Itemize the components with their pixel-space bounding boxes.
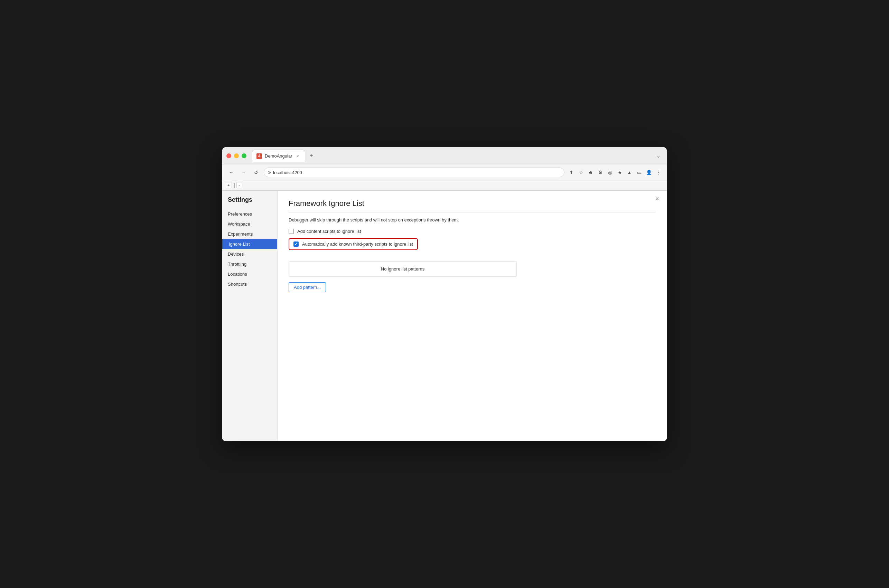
- address-icon: ⊙: [267, 170, 271, 175]
- extension2-button[interactable]: ⚙: [596, 168, 605, 177]
- extension6-button[interactable]: ▭: [635, 168, 643, 177]
- no-patterns-label: No ignore list patterns: [381, 266, 425, 272]
- extension5-button[interactable]: ▲: [625, 168, 634, 177]
- extension3-button[interactable]: ◎: [606, 168, 614, 177]
- sidebar-item-throttling[interactable]: Throttling: [222, 259, 277, 269]
- zoom-in-button[interactable]: +: [225, 182, 232, 188]
- third-party-scripts-checkbox[interactable]: [293, 242, 299, 247]
- extension1-button[interactable]: ☻: [587, 168, 595, 177]
- browser-window: A DemoAngular × + ⌄ ← → ↺ ⊙ localhost:42…: [222, 147, 667, 441]
- panel-title: Framework Ignore List: [288, 199, 656, 208]
- maximize-traffic-light[interactable]: [242, 153, 246, 158]
- nav-bar: ← → ↺ ⊙ localhost:4200 ⬆ ☆ ☻ ⚙ ◎ ★ ▲ ▭ 👤…: [222, 165, 667, 180]
- share-button[interactable]: ⬆: [567, 168, 575, 177]
- forward-button[interactable]: →: [239, 168, 249, 177]
- back-button[interactable]: ←: [227, 168, 236, 177]
- new-tab-button[interactable]: +: [306, 151, 316, 160]
- tab-bar: A DemoAngular × +: [252, 150, 654, 162]
- nav-actions: ⬆ ☆ ☻ ⚙ ◎ ★ ▲ ▭ 👤 ⋮: [567, 168, 662, 177]
- add-pattern-button[interactable]: Add pattern...: [288, 282, 326, 292]
- panel-close-button[interactable]: ×: [653, 195, 661, 203]
- third-party-scripts-label: Automatically add known third-party scri…: [302, 242, 413, 247]
- active-tab[interactable]: A DemoAngular ×: [252, 150, 305, 162]
- content-area: Settings Preferences Workspace Experimen…: [222, 191, 667, 441]
- add-content-scripts-checkbox[interactable]: [288, 229, 294, 234]
- bookmark-button[interactable]: ☆: [577, 168, 585, 177]
- add-content-scripts-row: Add content scripts to ignore list: [288, 229, 656, 234]
- reload-button[interactable]: ↺: [251, 168, 261, 177]
- window-menu-button[interactable]: ⌄: [654, 152, 662, 160]
- accessibility-bar: + | -: [222, 180, 667, 191]
- no-patterns-box: No ignore list patterns: [288, 261, 517, 277]
- sidebar-item-locations[interactable]: Locations: [222, 269, 277, 279]
- zoom-divider: |: [233, 182, 235, 188]
- sidebar-item-ignore-list[interactable]: Ignore List: [222, 239, 277, 249]
- address-text: localhost:4200: [273, 170, 302, 175]
- panel-divider: [288, 212, 656, 213]
- tab-close-button[interactable]: ×: [295, 153, 301, 159]
- panel-description: Debugger will skip through the scripts a…: [288, 217, 656, 224]
- profile-button[interactable]: 👤: [645, 168, 653, 177]
- title-bar: A DemoAngular × + ⌄: [222, 147, 667, 165]
- sidebar-item-devices[interactable]: Devices: [222, 249, 277, 259]
- extension4-button[interactable]: ★: [616, 168, 624, 177]
- sidebar-title: Settings: [222, 196, 277, 209]
- sidebar-item-workspace[interactable]: Workspace: [222, 219, 277, 229]
- close-traffic-light[interactable]: [227, 153, 231, 158]
- tab-title: DemoAngular: [265, 153, 293, 159]
- tab-favicon: A: [257, 153, 262, 159]
- address-bar[interactable]: ⊙ localhost:4200: [264, 168, 565, 177]
- zoom-out-button[interactable]: -: [236, 182, 243, 188]
- main-panel: × Framework Ignore List Debugger will sk…: [278, 191, 667, 441]
- sidebar: Settings Preferences Workspace Experimen…: [222, 191, 278, 441]
- minimize-traffic-light[interactable]: [234, 153, 239, 158]
- sidebar-item-experiments[interactable]: Experiments: [222, 229, 277, 239]
- add-content-scripts-label: Add content scripts to ignore list: [297, 229, 361, 234]
- more-button[interactable]: ⋮: [654, 168, 662, 177]
- traffic-lights: [227, 153, 246, 158]
- third-party-scripts-row: Automatically add known third-party scri…: [288, 238, 418, 250]
- sidebar-item-preferences[interactable]: Preferences: [222, 209, 277, 219]
- sidebar-item-shortcuts[interactable]: Shortcuts: [222, 279, 277, 289]
